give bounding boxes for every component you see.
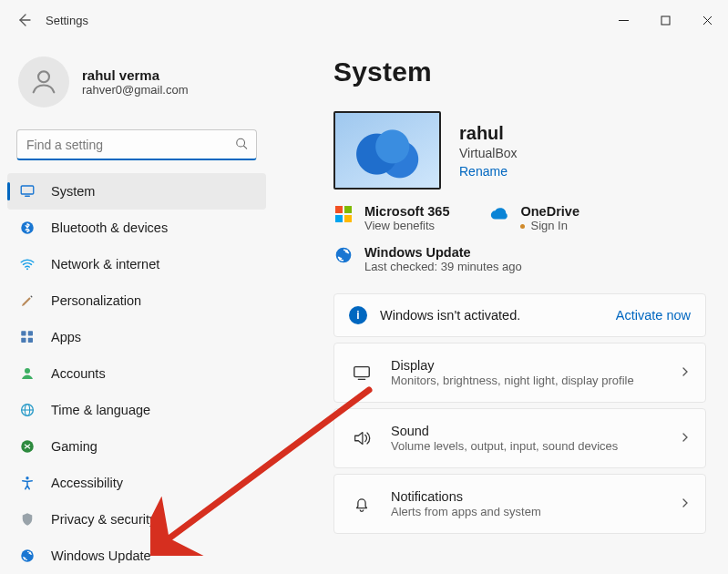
onedrive-sub: Sign In	[520, 219, 579, 232]
svg-point-2	[237, 138, 245, 147]
user-email: rahver0@gmail.com	[82, 83, 189, 97]
sidebar-item-time-language[interactable]: Time & language	[7, 392, 266, 428]
bell-icon	[349, 491, 374, 517]
sidebar-item-label: System	[51, 184, 95, 199]
winupdate-item[interactable]: Windows Update Last checked: 39 minutes …	[333, 245, 522, 273]
sound-icon	[349, 425, 374, 451]
svg-rect-9	[21, 338, 26, 343]
user-name: rahul verma	[82, 67, 189, 83]
sidebar-item-label: Network & internet	[51, 257, 159, 272]
sidebar-item-label: Accessibility	[51, 476, 123, 490]
shield-icon	[18, 510, 36, 528]
sidebar-item-label: Accounts	[51, 366, 106, 381]
chevron-right-icon	[680, 431, 691, 446]
sidebar-item-network[interactable]: Network & internet	[7, 246, 266, 282]
ms365-item[interactable]: Microsoft 365 View benefits	[333, 204, 449, 232]
page-heading: System	[333, 56, 706, 87]
svg-rect-22	[354, 367, 370, 377]
minimize-button[interactable]	[602, 6, 644, 34]
avatar	[18, 56, 69, 108]
sidebar: rahul verma rahver0@gmail.com System B	[0, 40, 273, 574]
sidebar-item-system[interactable]: System	[7, 173, 266, 210]
pc-model: VirtualBox	[459, 146, 518, 160]
gaming-icon	[18, 437, 36, 456]
sidebar-item-personalization[interactable]: Personalization	[7, 282, 266, 319]
sidebar-item-gaming[interactable]: Gaming	[7, 428, 266, 465]
svg-rect-19	[335, 215, 343, 222]
system-icon	[18, 182, 36, 200]
ms365-title: Microsoft 365	[364, 204, 449, 219]
ms365-sub: View benefits	[364, 219, 449, 232]
onedrive-item[interactable]: OneDrive Sign In	[489, 204, 579, 232]
wifi-icon	[18, 255, 36, 273]
svg-point-6	[26, 268, 28, 270]
svg-rect-10	[28, 338, 33, 343]
svg-rect-7	[21, 331, 26, 335]
chevron-right-icon	[680, 365, 691, 380]
sidebar-item-bluetooth[interactable]: Bluetooth & devices	[7, 210, 266, 246]
info-icon: i	[349, 306, 367, 324]
search-box	[16, 129, 257, 160]
pc-thumbnail	[333, 111, 441, 190]
ms365-icon	[333, 204, 354, 224]
svg-rect-18	[344, 206, 352, 213]
maximize-button[interactable]	[644, 6, 686, 34]
sidebar-item-windows-update[interactable]: Windows Update	[7, 538, 266, 574]
back-button[interactable]	[13, 9, 35, 31]
update-icon	[333, 245, 354, 265]
nav-list: System Bluetooth & devices Network & int…	[7, 173, 266, 574]
sidebar-item-apps[interactable]: Apps	[7, 319, 266, 355]
winupdate-sub: Last checked: 39 minutes ago	[364, 260, 522, 273]
brush-icon	[18, 292, 36, 310]
onedrive-icon	[489, 204, 509, 224]
info-row: Microsoft 365 View benefits OneDrive Sig…	[333, 204, 706, 232]
activate-now-link[interactable]: Activate now	[616, 308, 691, 323]
onedrive-title: OneDrive	[520, 204, 579, 219]
sidebar-item-label: Time & language	[51, 403, 150, 417]
close-button[interactable]	[686, 6, 728, 34]
setting-title: Notifications	[391, 489, 663, 504]
setting-display[interactable]: Display Monitors, brightness, night ligh…	[333, 343, 706, 403]
setting-title: Sound	[391, 424, 663, 438]
svg-rect-20	[344, 215, 352, 222]
svg-rect-17	[335, 206, 343, 213]
search-icon	[235, 138, 248, 153]
rename-link[interactable]: Rename	[459, 164, 518, 179]
svg-point-21	[336, 248, 352, 263]
svg-rect-4	[25, 196, 30, 198]
sidebar-item-label: Bluetooth & devices	[51, 220, 168, 235]
bluetooth-icon	[18, 219, 36, 237]
setting-title: Display	[391, 358, 663, 373]
accessibility-icon	[18, 474, 36, 492]
sidebar-item-privacy[interactable]: Privacy & security	[7, 501, 266, 538]
update-icon	[18, 547, 36, 565]
setting-notifications[interactable]: Notifications Alerts from apps and syste…	[333, 474, 706, 534]
setting-sound[interactable]: Sound Volume levels, output, input, soun…	[333, 408, 706, 468]
svg-point-15	[26, 477, 28, 479]
accounts-icon	[18, 364, 36, 383]
window-title: Settings	[46, 14, 88, 27]
svg-point-1	[38, 71, 49, 82]
svg-rect-3	[21, 186, 34, 194]
setting-sub: Monitors, brightness, night light, displ…	[391, 374, 663, 387]
chevron-right-icon	[680, 497, 691, 511]
sidebar-item-label: Apps	[51, 330, 81, 344]
main-content: System rahul VirtualBox Rename Microsoft…	[273, 40, 728, 574]
sidebar-item-label: Windows Update	[51, 548, 151, 563]
setting-sub: Alerts from apps and system	[391, 505, 663, 518]
apps-icon	[18, 328, 36, 346]
sidebar-item-accessibility[interactable]: Accessibility	[7, 465, 266, 501]
search-input[interactable]	[16, 129, 257, 160]
globe-icon	[18, 401, 36, 419]
sidebar-item-label: Gaming	[51, 439, 97, 454]
display-icon	[349, 360, 374, 385]
sidebar-item-accounts[interactable]: Accounts	[7, 355, 266, 392]
svg-rect-0	[661, 16, 670, 25]
sidebar-item-label: Personalization	[51, 293, 141, 308]
svg-point-11	[25, 368, 30, 374]
sidebar-item-label: Privacy & security	[51, 512, 156, 527]
setting-sub: Volume levels, output, input, sound devi…	[391, 439, 663, 453]
activation-text: Windows isn't activated.	[380, 308, 603, 323]
profile-block[interactable]: rahul verma rahver0@gmail.com	[7, 53, 266, 120]
pc-block: rahul VirtualBox Rename	[333, 111, 706, 190]
